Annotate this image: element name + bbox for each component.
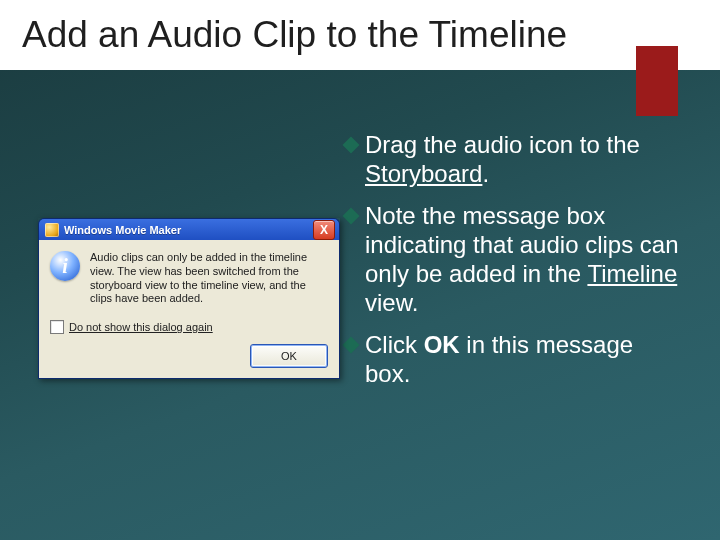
ok-button[interactable]: OK — [250, 344, 328, 368]
dialog-content-row: i Audio clips can only be added in the t… — [50, 251, 328, 306]
dialog-titlebar[interactable]: Windows Movie Maker X — [38, 218, 340, 240]
dialog-message: Audio clips can only be added in the tim… — [90, 251, 328, 306]
bullet-icon — [343, 207, 360, 224]
info-glyph: i — [62, 255, 68, 278]
accent-block — [636, 46, 678, 116]
bullet-item: Click OK in this message box. — [345, 330, 680, 389]
close-icon: X — [320, 223, 328, 237]
bullet-text: Drag the audio icon to the Storyboard. — [365, 130, 680, 189]
do-not-show-checkbox[interactable] — [50, 320, 64, 334]
bullet-tail: view. — [365, 289, 418, 316]
bullet-rest: the audio icon to the — [417, 131, 640, 158]
slide-title: Add an Audio Clip to the Timeline — [22, 14, 567, 56]
bullet-rest — [417, 331, 424, 358]
dialog-title: Windows Movie Maker — [64, 224, 181, 236]
bullet-item: Note the message box indicating that aud… — [345, 201, 680, 318]
bullet-lead: Click — [365, 331, 417, 358]
bullet-icon — [343, 336, 360, 353]
bullet-icon — [343, 137, 360, 154]
bullet-text: Click OK in this message box. — [365, 330, 680, 389]
ok-button-label: OK — [281, 350, 297, 362]
slide: Add an Audio Clip to the Timeline Drag t… — [0, 0, 720, 540]
dialog-body: i Audio clips can only be added in the t… — [38, 240, 340, 379]
bullet-item: Drag the audio icon to the Storyboard. — [345, 130, 680, 189]
bullet-lead: Note — [365, 202, 416, 229]
bullet-underline: Timeline — [587, 260, 677, 287]
slide-title-bar: Add an Audio Clip to the Timeline — [0, 0, 720, 70]
message-dialog: Windows Movie Maker X i Audio clips can … — [38, 218, 340, 379]
bullet-lead: Drag — [365, 131, 417, 158]
close-button[interactable]: X — [313, 220, 335, 240]
bullet-underline: Storyboard — [365, 160, 482, 187]
dialog-button-row: OK — [50, 344, 328, 368]
dialog-checkbox-row: Do not show this dialog again — [50, 320, 328, 334]
app-icon — [45, 223, 59, 237]
slide-body: Drag the audio icon to the Storyboard. N… — [0, 110, 720, 540]
bullet-text: Note the message box indicating that aud… — [365, 201, 680, 318]
bullet-tail: . — [482, 160, 489, 187]
info-icon: i — [50, 251, 80, 281]
bullet-bold: OK — [424, 331, 460, 358]
bullet-list: Drag the audio icon to the Storyboard. N… — [345, 130, 680, 400]
do-not-show-label: Do not show this dialog again — [69, 321, 213, 333]
